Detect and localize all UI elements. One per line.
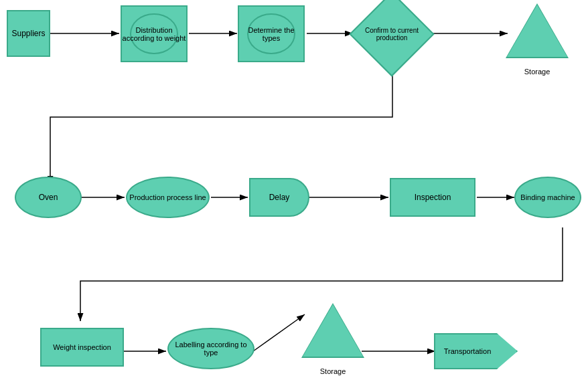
weight-inspection-label: Weight inspection [53, 343, 111, 351]
storage2-node: Storage [301, 303, 364, 363]
inspection-node: Inspection [390, 178, 475, 217]
svg-line-10 [253, 314, 305, 351]
determine-label: Determine the types [239, 26, 303, 42]
oven-node: Oven [15, 177, 82, 218]
weight-inspection-node: Weight inspection [40, 328, 124, 367]
binding-label: Binding machine [520, 193, 575, 201]
distribution-label: Distribution according to weight [122, 26, 186, 42]
storage1-node: Storage [506, 3, 569, 64]
confirm-node: Confirm to current production [352, 3, 432, 65]
labelling-node: Labelling according to type [167, 328, 254, 369]
production-label: Production process line [129, 193, 206, 201]
confirm-label: Confirm to current production [362, 27, 422, 41]
storage1-label: Storage [510, 68, 564, 76]
flowchart-diagram: Suppliers Distribution according to weig… [0, 0, 588, 384]
transportation-label: Transportation [437, 347, 498, 355]
delay-node: Delay [249, 178, 309, 217]
transportation-node: Transportation [434, 332, 518, 370]
suppliers-node: Suppliers [7, 10, 50, 57]
inspection-label: Inspection [415, 193, 451, 202]
delay-label: Delay [269, 193, 290, 202]
determine-node: Determine the types [238, 5, 305, 62]
suppliers-label: Suppliers [11, 29, 45, 38]
storage2-label: Storage [306, 367, 360, 375]
binding-node: Binding machine [514, 177, 581, 218]
labelling-label: Labelling according to type [169, 341, 253, 357]
distribution-node: Distribution according to weight [121, 5, 188, 62]
production-node: Production process line [126, 177, 210, 218]
oven-label: Oven [39, 193, 58, 202]
